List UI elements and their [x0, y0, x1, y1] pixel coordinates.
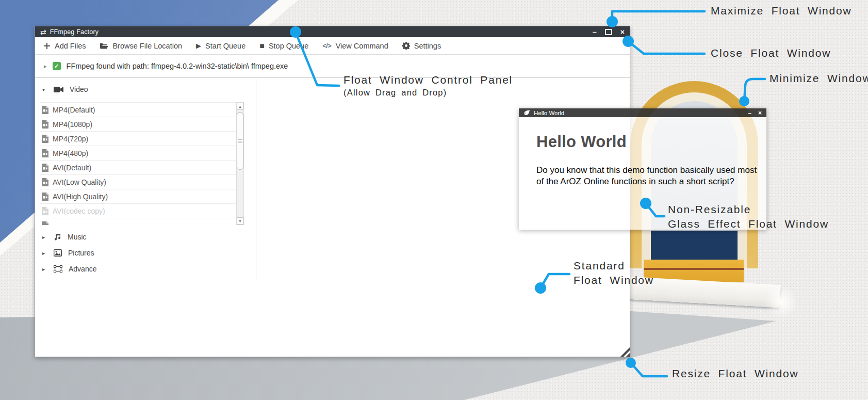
tree-node-pictures[interactable]: ▸ Pictures	[35, 246, 94, 260]
video-file-icon	[41, 193, 48, 201]
chevron-right-icon: ▸	[42, 234, 47, 240]
scroll-up-button[interactable]: ▲	[237, 103, 243, 110]
hello-paragraph: Do you know that this demo function basi…	[536, 165, 766, 187]
music-icon	[54, 233, 61, 241]
settings-button[interactable]: Settings	[402, 42, 441, 50]
format-list: MP4(Default) MP4(1080p) MP4(720p) MP4(48…	[40, 102, 236, 225]
list-item[interactable]: AVI(Low Quality)	[40, 175, 236, 189]
folder-open-icon	[100, 42, 108, 50]
list-item-label: AVI(codec copy)	[53, 207, 105, 215]
resize-handle[interactable]	[620, 347, 630, 357]
video-file-icon	[41, 207, 48, 215]
tree-node-video[interactable]: ▾ Video	[35, 83, 88, 96]
list-item-label: AVI(Default)	[53, 164, 91, 172]
video-file-icon	[41, 135, 48, 143]
list-item-partial[interactable]	[40, 218, 236, 225]
tool-label: Start Queue	[205, 42, 245, 50]
list-item[interactable]: MP4(720p)	[40, 132, 236, 146]
list-item-label: AVI(High Quality)	[53, 193, 108, 201]
hello-body: Hello World Do you know that this demo f…	[519, 117, 766, 230]
list-item-disabled: AVI(codec copy)	[40, 204, 236, 218]
arch-window-bar-line	[644, 268, 744, 270]
resize-grip-icon	[626, 353, 630, 357]
chevron-down-icon: ▾	[42, 87, 47, 92]
list-item-label: MP4(720p)	[53, 135, 88, 143]
ffmpeg-toolbar: Add Files Browse File Location ▶ Start Q…	[35, 37, 630, 55]
list-item-label: MP4(1080p)	[53, 120, 92, 129]
minimize-button[interactable]: –	[748, 110, 751, 116]
video-file-icon	[41, 164, 48, 172]
close-button[interactable]: ×	[758, 110, 762, 116]
video-file-icon	[41, 106, 48, 114]
tool-label: Stop Queue	[269, 42, 308, 50]
list-item-label: AVI(Low Quality)	[53, 178, 106, 186]
video-camera-icon	[54, 86, 63, 93]
gear-icon	[402, 42, 410, 50]
list-item[interactable]: AVI(Default)	[40, 161, 236, 175]
tree-node-label: Advance	[69, 265, 96, 273]
browse-file-location-button[interactable]: Browse File Location	[100, 42, 182, 50]
list-scrollbar[interactable]: ▲ ▼	[236, 102, 244, 225]
list-item[interactable]: MP4(Default)	[40, 102, 236, 117]
tool-label: Add Files	[55, 42, 86, 50]
tool-label: Settings	[414, 42, 441, 50]
add-files-button[interactable]: Add Files	[43, 42, 86, 50]
minimize-button[interactable]: –	[593, 28, 597, 36]
chevron-right-icon: ▸	[42, 250, 47, 256]
hello-world-window: Hello World – × Hello World Do you know …	[519, 108, 766, 230]
check-icon: ✓	[53, 62, 61, 70]
video-file-icon	[41, 120, 48, 129]
video-file-icon	[41, 149, 48, 157]
list-item[interactable]: MP4(1080p)	[40, 117, 236, 132]
picture-icon	[54, 249, 62, 257]
arch-window-glass-dark	[651, 231, 738, 261]
format-tree-panel: ▾ Video MP4(Default) MP4(1080p)	[35, 78, 256, 281]
list-item[interactable]: MP4(480p)	[40, 146, 236, 161]
hello-titlebar[interactable]: Hello World – ×	[519, 108, 766, 117]
advance-object-group-icon	[54, 265, 62, 273]
tree-node-advance[interactable]: ▸ Advance	[35, 262, 96, 276]
hello-heading: Hello World	[536, 133, 627, 151]
code-icon: </>	[322, 42, 331, 50]
list-item[interactable]: AVI(High Quality)	[40, 189, 236, 204]
maximize-button[interactable]	[605, 29, 612, 35]
window-title: Hello World	[534, 110, 564, 116]
chevron-right-icon: ▸	[42, 266, 47, 272]
swap-arrows-icon: ⇄	[40, 28, 46, 36]
list-item-label: MP4(Default)	[53, 106, 95, 114]
video-file-icon	[41, 221, 48, 226]
start-queue-button[interactable]: ▶ Start Queue	[196, 42, 245, 50]
window-title: FFmpeg Factory	[50, 28, 99, 36]
scrollbar-thumb[interactable]	[237, 112, 243, 170]
video-file-icon	[41, 178, 48, 186]
expand-arrow-icon[interactable]: ▸	[44, 63, 47, 70]
stop-queue-button[interactable]: ■ Stop Queue	[259, 41, 308, 51]
scroll-down-button[interactable]: ▼	[237, 217, 243, 225]
view-command-button[interactable]: </> View Command	[322, 42, 388, 50]
list-item-label: MP4(480p)	[53, 149, 88, 157]
ffmpeg-status-row[interactable]: ▸ ✓ FFmpeg found with path: ffmpeg-4.0.2…	[35, 55, 630, 78]
tool-label: View Command	[336, 42, 388, 50]
ffmpeg-titlebar[interactable]: ⇄ FFmpeg Factory – ×	[35, 26, 630, 37]
plus-icon	[43, 42, 51, 50]
scrollbar-grip-icon	[238, 139, 242, 143]
stop-icon: ■	[259, 41, 265, 51]
tool-label: Browse File Location	[112, 42, 182, 50]
close-button[interactable]: ×	[620, 28, 625, 36]
tree-node-label: Video	[70, 85, 88, 93]
desktop: ⇄ FFmpeg Factory – × Add Files Browse Fi…	[0, 0, 868, 400]
status-text: FFmpeg found with path: ffmpeg-4.0.2-win…	[67, 62, 288, 70]
play-icon: ▶	[196, 42, 201, 50]
tree-node-label: Pictures	[68, 249, 94, 257]
sun-flare	[763, 286, 799, 317]
tree-node-music[interactable]: ▸ Music	[35, 230, 87, 244]
leaf-icon	[523, 110, 530, 116]
tree-node-label: Music	[68, 233, 87, 241]
